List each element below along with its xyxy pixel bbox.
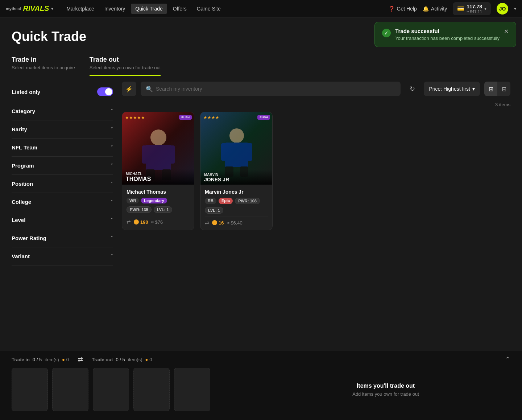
coin-icon-bar-in: ● bbox=[62, 357, 65, 362]
card-logo-marvin: RUSH bbox=[257, 115, 270, 120]
card-stats-michael: PWR: 135 LVL: 1 bbox=[127, 206, 190, 213]
grid-view-button[interactable]: ⊞ bbox=[484, 82, 497, 96]
college-chevron-icon: ˅ bbox=[111, 199, 113, 205]
filter-college-header[interactable]: College ˅ bbox=[12, 199, 113, 205]
power-rating-chevron-icon: ˅ bbox=[111, 235, 113, 241]
card-michael-thomas[interactable]: ★★★★★ RUSH MICHAEL THOMAS Michael Thomas… bbox=[122, 112, 194, 230]
card-stats2-marvin: LVL: 1 bbox=[205, 207, 268, 214]
card-tags-marvin: RB Epic PWR: 108 bbox=[205, 198, 268, 204]
filter-position-label: Position bbox=[12, 181, 33, 187]
filter-program: Program ˅ bbox=[12, 157, 113, 175]
nav-balance[interactable]: 💳 117.78 ≈ $47.11 ▾ bbox=[453, 2, 491, 15]
filter-level-label: Level bbox=[12, 217, 25, 223]
balance-chevron-icon: ▾ bbox=[484, 6, 486, 11]
list-view-button[interactable]: ⊟ bbox=[497, 82, 510, 96]
trade-arrows-icon-marvin: ⇄ bbox=[205, 220, 209, 226]
nav-link-game-site[interactable]: Game Site bbox=[192, 4, 225, 14]
filter-position: Position ˅ bbox=[12, 175, 113, 193]
tag-rarity-michael: Legendary bbox=[141, 198, 167, 203]
filter-position-header[interactable]: Position ˅ bbox=[12, 181, 113, 187]
coin-icon-bar-out: ● bbox=[145, 357, 148, 362]
trade-in-slot-2[interactable] bbox=[52, 368, 88, 411]
inventory-toolbar: ⚡ 🔍 ↻ Price: Highest first ▾ ⊞ ⊟ bbox=[122, 82, 510, 96]
filter-power-rating: Power Rating ˅ bbox=[12, 229, 113, 247]
success-check-icon: ✓ bbox=[382, 29, 391, 37]
trade-out-bar-coins: ● 0 bbox=[145, 357, 152, 362]
filter-variant-header[interactable]: Variant ˅ bbox=[12, 253, 113, 259]
trade-in-slot-1[interactable] bbox=[12, 368, 48, 411]
card-image-marvin: ★★★★ RUSH MARVIN JONES JR bbox=[200, 112, 273, 185]
filter-listed-only-label: Listed only bbox=[12, 89, 40, 95]
trade-in-tab[interactable]: Trade in Select market items to acquire bbox=[12, 53, 75, 76]
filter-program-label: Program bbox=[12, 162, 34, 169]
filter-rarity-header[interactable]: Rarity ˅ bbox=[12, 126, 113, 132]
trade-out-tab-title: Trade out bbox=[90, 56, 161, 63]
card-marvin-jones-jr[interactable]: ★★★★ RUSH MARVIN JONES JR Marvin Jones J… bbox=[200, 112, 273, 230]
card-price-michael: ≈ $76 bbox=[151, 219, 163, 225]
nav-avatar[interactable]: JO bbox=[497, 3, 508, 15]
svg-rect-3 bbox=[169, 145, 175, 164]
nav-logo-chevron-icon: ▾ bbox=[51, 6, 53, 11]
sidebar: Listed only Category ˅ Rarity ˅ bbox=[12, 82, 113, 265]
trade-in-tab-title: Trade in bbox=[12, 56, 75, 63]
rarity-chevron-icon: ˅ bbox=[111, 127, 113, 132]
filter-level: Level ˅ bbox=[12, 211, 113, 229]
card-footer-marvin: ⇄ 16 ≈ $6.40 bbox=[205, 217, 268, 226]
listed-only-toggle[interactable] bbox=[97, 87, 113, 96]
filter-level-header[interactable]: Level ˅ bbox=[12, 217, 113, 223]
nav-link-marketplace[interactable]: Marketplace bbox=[62, 4, 98, 14]
nav-link-inventory[interactable]: Inventory bbox=[100, 4, 130, 14]
card-name-tag-michael: MICHAEL THOMAS bbox=[122, 169, 194, 185]
trade-out-section-label: Items you'll trade out bbox=[357, 383, 415, 389]
card-player-name-marvin: Marvin Jones Jr bbox=[205, 189, 268, 195]
filter-category-header[interactable]: Category ˅ bbox=[12, 108, 113, 114]
toast-close-button[interactable]: ✕ bbox=[504, 28, 509, 35]
nav-logo[interactable]: mytheal RIVALS ▾ bbox=[6, 4, 53, 13]
balance-sub: ≈ $47.11 bbox=[467, 9, 482, 14]
nav-link-quick-trade[interactable]: Quick Trade bbox=[131, 4, 167, 14]
filter-variant: Variant ˅ bbox=[12, 247, 113, 265]
filter-power-rating-header[interactable]: Power Rating ˅ bbox=[12, 235, 113, 241]
trade-in-bar-suffix: item(s) bbox=[45, 357, 59, 362]
trade-in-slot-5[interactable] bbox=[174, 368, 210, 411]
sort-button[interactable]: Price: Highest first ▾ bbox=[424, 82, 480, 96]
filter-nfl-team-header[interactable]: NFL Team ˅ bbox=[12, 144, 113, 151]
tag-lvl-marvin: LVL: 1 bbox=[205, 207, 223, 214]
refresh-button[interactable]: ↻ bbox=[405, 82, 419, 96]
balance-main: 117.78 bbox=[467, 4, 482, 9]
card-tags-michael: WR Legendary bbox=[127, 198, 190, 203]
nav-link-offers[interactable]: Offers bbox=[169, 4, 191, 14]
filter-category: Category ˅ bbox=[12, 102, 113, 120]
search-input[interactable] bbox=[156, 86, 395, 92]
filter-power-rating-label: Power Rating bbox=[12, 235, 46, 241]
filter-nfl-team: NFL Team ˅ bbox=[12, 139, 113, 157]
filter-listed-only-header[interactable]: Listed only bbox=[12, 87, 113, 96]
nav-activity[interactable]: 🔔 Activity bbox=[423, 6, 447, 12]
coin-icon-marvin bbox=[212, 220, 217, 225]
filter-button[interactable]: ⚡ bbox=[122, 82, 136, 96]
card-stars-michael: ★★★★★ bbox=[125, 115, 145, 120]
card-player-name-michael: Michael Thomas bbox=[127, 189, 190, 195]
sort-label: Price: Highest first bbox=[429, 86, 470, 92]
filter-category-label: Category bbox=[12, 108, 35, 114]
card-body-michael: Michael Thomas WR Legendary PWR: 135 LVL… bbox=[122, 185, 194, 229]
inventory-count: 3 items bbox=[122, 102, 510, 107]
toast-title: Trade successful bbox=[395, 28, 500, 34]
trade-out-tab[interactable]: Trade out Select items you own for trade… bbox=[90, 53, 161, 76]
trade-in-slots bbox=[12, 368, 261, 411]
trade-split-arrows-icon: ⇄ bbox=[78, 355, 83, 363]
trade-in-slots-section bbox=[12, 368, 261, 411]
trade-out-slots-section: Items you'll trade out Add items you own… bbox=[261, 368, 510, 411]
tag-position-michael: WR bbox=[127, 198, 139, 203]
trade-in-slot-3[interactable] bbox=[93, 368, 129, 411]
filter-program-header[interactable]: Program ˅ bbox=[12, 162, 113, 169]
cards-grid: ★★★★★ RUSH MICHAEL THOMAS Michael Thomas… bbox=[122, 112, 510, 230]
nav-help[interactable]: ❓ Get Help bbox=[389, 6, 417, 12]
trade-out-tab-sub: Select items you own for trade out bbox=[90, 65, 161, 70]
trade-out-bar-count: 0 / 5 bbox=[116, 357, 125, 362]
search-icon: 🔍 bbox=[146, 86, 153, 92]
bottom-bar-content: Items you'll trade out Add items you own… bbox=[0, 368, 522, 420]
trade-in-tab-sub: Select market items to acquire bbox=[12, 65, 75, 70]
trade-in-slot-4[interactable] bbox=[133, 368, 170, 411]
collapse-button[interactable]: ⌃ bbox=[505, 355, 510, 363]
